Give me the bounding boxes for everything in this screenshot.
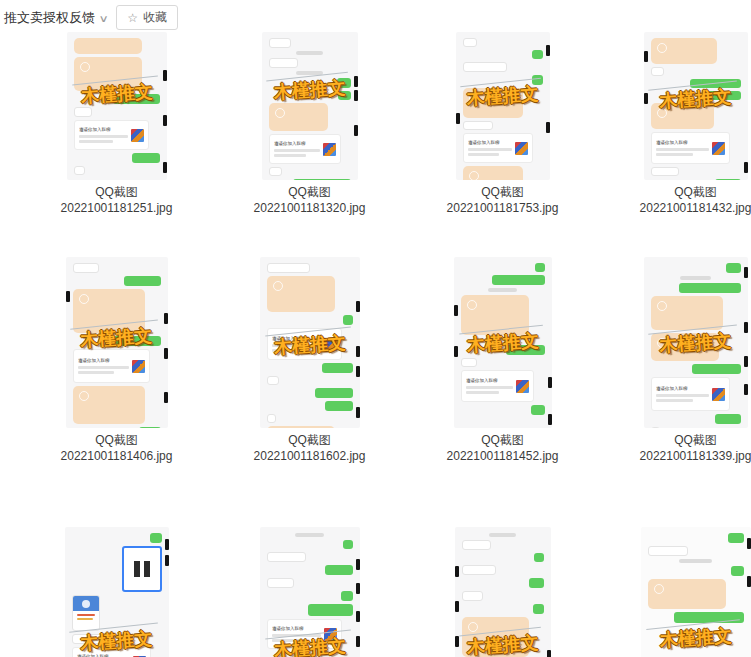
chat-bubble-plain (462, 540, 492, 550)
image-thumbnail[interactable]: 邀请你加入群聊木槿推文 (66, 257, 168, 428)
chat-bubble-plain (74, 107, 93, 117)
thumbnail-caption: QQ截图 (674, 432, 717, 448)
gallery-cell: 邀请你加入群聊木槿推文QQ截图20221001181251.jpg (20, 32, 213, 257)
qr-code-card (122, 546, 162, 592)
image-thumbnail[interactable]: 邀请你加入群聊木槿推文 (644, 32, 748, 180)
group-avatar-mosaic (712, 142, 725, 155)
timestamp-bar (489, 533, 517, 537)
chat-bubble-incoming (74, 38, 143, 54)
chat-bubble-outgoing (731, 566, 743, 576)
thumbnail-caption: QQ截图 (481, 432, 524, 448)
edge-tick-mark (356, 611, 360, 622)
thumbnail-caption: QQ截图 (95, 184, 138, 200)
thumbnail-caption: QQ截图 (288, 432, 331, 448)
gallery-cell: 邀请你加入群聊木槿推文QQ截图20221001181320.jpg (213, 32, 406, 257)
edge-tick-mark (744, 267, 748, 278)
chat-bubble-outgoing (531, 405, 544, 415)
chat-bubble-incoming (74, 57, 143, 91)
edge-tick-mark (744, 322, 748, 333)
edge-tick-mark (454, 305, 458, 316)
chat-bubble-outgoing (139, 427, 160, 428)
chat-bubble-outgoing (113, 94, 159, 104)
gallery-cell: 邀请你加入群聊木槿推文QQ截图20221001181432.jpg (599, 32, 751, 257)
thumbnail-filename: 20221001181432.jpg (640, 200, 751, 216)
chat-bubble-plain (463, 62, 508, 72)
edge-tick-mark (164, 313, 168, 324)
chat-bubble-outgoing (679, 283, 740, 293)
thumbnail-filename: 20221001181602.jpg (254, 448, 366, 464)
gallery-cell: 邀请你加入群聊木槿推文QQ截图20221001181406.jpg (20, 257, 213, 527)
group-invite-card: 邀请你加入群聊 (463, 133, 533, 163)
chat-bubble-incoming (462, 617, 529, 657)
chat-bubble-plain (267, 578, 295, 588)
favorite-button[interactable]: ☆ 收藏 (116, 5, 178, 30)
favorite-label: 收藏 (143, 9, 167, 26)
chat-bubble-outgoing (532, 50, 542, 59)
chat-bubble-outgoing (506, 345, 545, 355)
edge-tick-mark (644, 51, 648, 62)
group-invite-card: 邀请你加入群聊 (461, 370, 535, 402)
image-thumbnail[interactable]: 邀请你加入群聊木槿推文 (644, 257, 748, 428)
image-thumbnail[interactable]: 邀请你加入群聊木槿推文 (262, 32, 358, 180)
gallery-cell: 邀请你加入群聊木槿推文QQ截图20221001181452.jpg (406, 257, 599, 527)
edge-tick-mark (163, 115, 167, 126)
edge-tick-mark (354, 90, 358, 101)
breadcrumb-bar: 推文卖授权反馈 ∨ ☆ 收藏 (4, 5, 178, 30)
image-thumbnail[interactable]: 邀请你加入群聊木槿推文 (260, 257, 360, 428)
edge-tick-mark (747, 538, 751, 549)
chevron-down-icon[interactable]: ∨ (99, 13, 109, 24)
timestamp-bar (296, 51, 324, 55)
timestamp-bar (296, 71, 324, 75)
thumbnail-filename: 20221001181339.jpg (640, 448, 751, 464)
edge-tick-mark (356, 559, 360, 570)
edge-tick-mark (164, 348, 168, 359)
edge-tick-mark (66, 291, 70, 302)
chat-bubble-plain (461, 358, 478, 367)
chat-bubble-outgoing (674, 612, 743, 623)
chat-bubble-plain (651, 167, 680, 176)
thumbnail-caption: QQ截图 (674, 184, 717, 200)
chat-bubble-incoming (463, 166, 524, 180)
gallery-cell: 木槿推文 (406, 527, 599, 657)
chat-bubble-outgoing (124, 276, 161, 286)
edge-tick-mark (744, 162, 748, 173)
edge-tick-mark (165, 555, 169, 566)
group-avatar-mosaic (324, 628, 337, 641)
image-thumbnail[interactable]: 邀请你加入群聊木槿推文 (65, 527, 169, 657)
folder-title-dropdown[interactable]: 推文卖授权反馈 ∨ (4, 9, 107, 27)
chat-bubble-plain (648, 546, 688, 556)
chat-bubble-outgoing (343, 315, 352, 325)
group-invite-card: 邀请你加入群聊 (267, 619, 343, 649)
edge-tick-mark (356, 583, 360, 594)
thumbnail-filename: 20221001181406.jpg (61, 448, 173, 464)
chat-bubble-plain (462, 591, 483, 601)
image-thumbnail[interactable]: 木槿推文 (455, 527, 551, 657)
chat-bubble-outgoing (692, 364, 741, 374)
edge-tick-mark (163, 162, 167, 173)
timestamp-bar (488, 338, 517, 342)
chat-bubble-incoming (651, 296, 723, 330)
chat-bubble-incoming (461, 295, 530, 335)
edge-tick-mark (455, 566, 459, 577)
chat-bubble-outgoing (337, 78, 351, 88)
edge-tick-mark (744, 356, 748, 367)
group-avatar-mosaic (516, 380, 529, 393)
chat-bubble-outgoing (325, 565, 353, 575)
timestamp-bar (679, 559, 712, 563)
chat-bubble-incoming (267, 276, 336, 312)
chat-bubble-incoming (267, 426, 336, 428)
chat-bubble-outgoing (690, 79, 740, 88)
thumbnail-filename: 20221001181320.jpg (254, 200, 366, 216)
chat-bubble-outgoing (293, 179, 350, 180)
image-thumbnail[interactable]: 邀请你加入群聊木槿推文 (67, 32, 167, 180)
thumbnail-filename: 20221001181452.jpg (447, 448, 559, 464)
image-thumbnail[interactable]: 木槿推文 (641, 527, 751, 657)
image-thumbnail[interactable]: 邀请你加入群聊木槿推文 (456, 32, 550, 180)
chat-bubble-plain (463, 121, 493, 130)
image-thumbnail[interactable]: 邀请你加入群聊木槿推文 (260, 527, 360, 657)
thumbnail-caption: QQ截图 (481, 184, 524, 200)
edge-tick-mark (548, 377, 552, 388)
image-thumbnail[interactable]: 邀请你加入群聊木槿推文 (454, 257, 552, 428)
chat-bubble-plain (74, 166, 85, 175)
star-icon: ☆ (127, 12, 138, 24)
